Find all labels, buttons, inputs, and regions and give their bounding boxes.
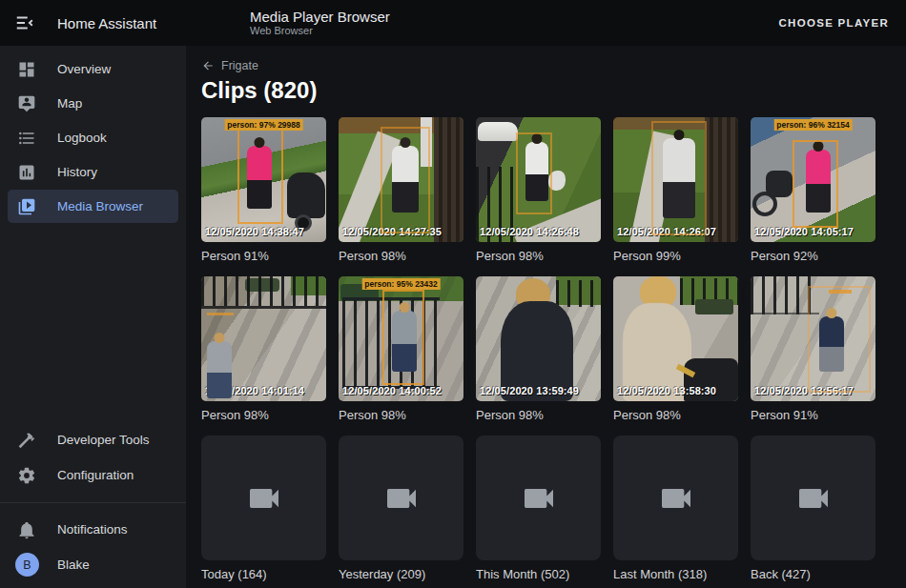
folder-tile-today[interactable] [201,436,326,560]
clip-thumbnail[interactable]: 12/05/2020 14:26:07 [613,117,738,242]
bounding-box [808,286,871,393]
sidebar-item-label: Overview [57,62,111,76]
person-figure [207,341,232,398]
porch-shape [434,117,463,242]
avatar: B [15,553,39,577]
page-header-titles: Media Player Browser Web Browser [250,9,390,37]
stroller-shape [287,172,325,218]
app-header: Home Assistant Media Player Browser Web … [0,0,906,46]
video-camera-icon [245,479,283,517]
list-icon [17,129,36,148]
choose-player-button[interactable]: CHOOSE PLAYER [778,17,889,29]
clip-cell: 12/05/2020 13:56:17 Person 91% [751,276,875,422]
sidebar-item-label: Logbook [57,131,107,145]
hammer-icon [17,431,36,450]
folder-tile-yesterday[interactable] [339,436,463,560]
clip-thumbnail[interactable]: 12/05/2020 13:58:30 [613,276,738,401]
sidebar-item-label: History [57,165,97,179]
detection-fragment-shape [207,313,234,315]
sidebar-item-developer-tools[interactable]: Developer Tools [8,423,178,456]
clip-cell: 12/05/2020 14:26:07 Person 99% [613,117,738,263]
clip-timestamp: 12/05/2020 13:58:30 [617,385,716,396]
clip-thumbnail[interactable]: person: 96% 32154 12/05/2020 14:05:17 [751,117,875,242]
clip-timestamp: 12/05/2020 14:26:48 [480,226,579,237]
app-title: Home Assistant [57,15,156,31]
folder-cell: This Month (502) [476,436,601,581]
account-badge-icon [17,94,36,113]
clip-label: Person 91% [751,408,875,422]
clip-timestamp: 12/05/2020 14:38:47 [205,226,304,237]
clip-thumbnail[interactable]: 12/05/2020 13:56:17 [751,276,875,401]
sidebar-item-user[interactable]: B Blake [8,548,178,581]
chart-box-icon [17,163,36,182]
sidebar-item-configuration[interactable]: Configuration [8,458,178,492]
detection-label: person: 97% 29988 [224,119,303,131]
sidebar-spacer [0,224,186,422]
folder-tile-this-month[interactable] [476,436,601,560]
clip-label: Person 98% [613,408,738,422]
clip-thumbnail[interactable]: person: 97% 29988 12/05/2020 14:38:47 [201,117,326,242]
clips-grid: person: 97% 29988 12/05/2020 14:38:47 Pe… [201,117,891,581]
bounding-box [237,123,283,224]
clip-label: Person 99% [613,249,738,263]
detection-label: person: 96% 32154 [773,119,853,131]
header-title: Media Player Browser [250,9,390,25]
sidebar-bottom-padding [0,582,186,588]
clip-label: Person 92% [751,249,875,263]
breadcrumb-label: Frigate [221,59,258,72]
clip-thumbnail[interactable]: 12/05/2020 14:27:35 [339,117,463,242]
bell-icon [17,520,36,539]
back-arrow-icon [201,59,215,72]
sidebar-item-map[interactable]: Map [8,87,178,120]
folder-label: This Month (502) [476,567,601,581]
main-content: Frigate Clips (820) person: 97% 29988 12… [186,46,906,588]
folder-cell: Last Month (318) [613,436,738,581]
sidebar-item-label: Map [57,96,82,111]
clip-cell: person: 97% 29988 12/05/2020 14:38:47 Pe… [201,117,326,263]
clip-cell: 12/05/2020 13:58:30 Person 98% [613,276,738,422]
clip-label: Person 91% [201,249,326,263]
sidebar-item-logbook[interactable]: Logbook [8,121,178,154]
sidebar-header: Home Assistant [0,10,186,35]
folder-tile-last-month[interactable] [613,436,738,560]
clip-cell: 12/05/2020 14:27:35 Person 98% [339,117,463,263]
video-camera-icon [794,479,833,517]
sidebar-toggle-button[interactable] [12,10,37,35]
header-subtitle: Web Browser [250,25,390,37]
bounding-box [651,121,707,235]
sidebar-item-media-browser[interactable]: Media Browser [8,190,178,223]
dashboard-icon [17,60,36,79]
breadcrumb[interactable]: Frigate [201,58,258,72]
sidebar-item-notifications[interactable]: Notifications [8,513,178,546]
clip-timestamp: 12/05/2020 13:59:49 [480,385,579,396]
clip-cell: 12/05/2020 14:01:14 Person 98% [201,276,326,422]
page-title: Clips (820) [201,77,891,104]
clip-cell: person: 95% 23432 12/05/2020 14:00:52 Pe… [339,276,463,422]
folder-cell: Today (164) [201,436,326,581]
clip-label: Person 98% [339,249,463,263]
clip-label: Person 98% [476,408,601,422]
sidebar-nav: Overview Map Logbook History Media Brows… [0,46,186,224]
sidebar-item-overview[interactable]: Overview [8,52,178,86]
clip-label: Person 98% [201,408,326,422]
menu-icon [14,12,35,33]
car-shape [478,122,518,141]
folder-tile-back[interactable] [751,436,875,560]
folder-label: Back (427) [751,567,875,581]
clip-thumbnail[interactable]: 12/05/2020 13:59:49 [476,276,601,401]
sidebar-item-history[interactable]: History [8,155,178,189]
play-box-multiple-icon [17,197,36,216]
sidebar-item-label: Configuration [57,468,134,482]
fence-shape [201,276,326,309]
sidebar-divider [0,502,186,503]
clip-thumbnail[interactable]: 12/05/2020 14:26:48 [476,117,601,242]
clip-label: Person 98% [339,408,463,422]
clip-thumbnail[interactable]: 12/05/2020 14:01:14 [201,276,326,401]
clip-cell: 12/05/2020 14:26:48 Person 98% [476,117,601,263]
bounding-box [793,140,838,228]
folder-label: Last Month (318) [613,567,738,581]
clip-cell: person: 96% 32154 12/05/2020 14:05:17 Pe… [751,117,875,263]
porch-shape [705,117,738,242]
clip-thumbnail[interactable]: person: 95% 23432 12/05/2020 14:00:52 [339,276,463,401]
sidebar-item-label: Notifications [57,522,128,537]
